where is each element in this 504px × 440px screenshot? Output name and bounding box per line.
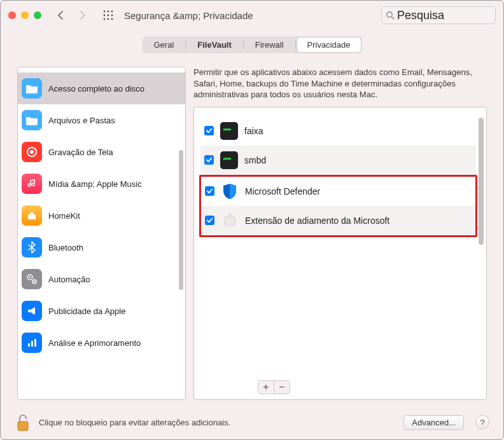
sidebar-item-label: HomeKit [48, 211, 80, 221]
checkbox[interactable] [205, 186, 214, 196]
sidebar-item-homekit[interactable]: HomeKit [18, 200, 185, 231]
forward-button[interactable] [74, 8, 90, 23]
sidebar-item-apple-advertising[interactable]: Publicidade da Apple [18, 295, 185, 327]
sidebar-item-label: Publicidade da Apple [48, 306, 125, 316]
sidebar-scrollbar[interactable] [178, 67, 185, 399]
search-placeholder: Pesquisa [397, 9, 444, 22]
lock-button[interactable] [15, 413, 32, 431]
lock-text: Clique no bloqueio para evitar alteraçõe… [39, 418, 230, 427]
app-row[interactable]: ■■■■ smbd [200, 146, 476, 175]
svg-rect-24 [18, 422, 28, 430]
sidebar-item-full-disk-access[interactable]: Acesso completo ao disco [18, 72, 185, 104]
tab-filevault[interactable]: FileVault [187, 38, 241, 52]
sidebar-item-label: Arquivos e Pastas [48, 116, 115, 125]
megaphone-icon [22, 301, 42, 321]
checkbox[interactable] [205, 216, 214, 225]
tabbar: Geral FileVault Firewall Privacidade [1, 30, 503, 59]
terminal-icon: ■■■■ [220, 151, 238, 169]
app-row[interactable]: ■■■■ faixa [200, 116, 476, 146]
sidebar-item-media-apple-music[interactable]: Mídia &amp; Apple Music [18, 168, 185, 200]
app-row[interactable]: Microsoft Defender [201, 177, 475, 206]
svg-text:■■■■: ■■■■ [223, 127, 231, 131]
maximize-window-button[interactable] [34, 11, 41, 19]
sidebar-scroll-thumb[interactable] [179, 150, 183, 290]
app-label: Extensão de adiamento da Microsoft [245, 216, 389, 226]
svg-point-16 [34, 281, 35, 282]
footer: Clique no bloqueio para evitar alteraçõe… [1, 405, 503, 439]
add-button[interactable]: + [258, 381, 274, 394]
app-row[interactable]: Extensão de adiamento da Microsoft [201, 206, 475, 235]
highlighted-rows: Microsoft Defender Extensão de adiamento… [199, 175, 477, 237]
app-list-scroll-thumb[interactable] [479, 118, 484, 245]
tab-firewall[interactable]: Firewall [245, 38, 294, 52]
checkbox[interactable] [204, 126, 214, 135]
privacy-description: Permitir que os aplicativos abaixo acess… [193, 67, 487, 100]
back-button[interactable] [53, 8, 68, 23]
svg-point-12 [30, 150, 34, 154]
show-all-prefs-button[interactable] [101, 8, 115, 22]
svg-line-10 [391, 17, 394, 19]
svg-point-4 [108, 15, 109, 17]
home-icon [22, 205, 42, 226]
svg-point-14 [29, 277, 31, 278]
svg-rect-18 [31, 341, 33, 347]
add-remove-buttons: + − [258, 380, 290, 394]
window-title: Segurança &amp; Privacidade [124, 10, 253, 21]
app-list: ■■■■ faixa ■■■■ smbd [193, 107, 487, 400]
sidebar-item-label: Análise e Aprimoramento [48, 338, 141, 348]
search-icon [386, 11, 395, 20]
svg-text:■■■■: ■■■■ [223, 156, 231, 160]
svg-point-0 [104, 11, 106, 13]
svg-point-7 [108, 18, 109, 20]
music-icon [22, 174, 42, 194]
svg-point-6 [104, 18, 106, 20]
traffic-lights [8, 11, 41, 19]
advanced-button[interactable]: Advanced... [403, 415, 464, 430]
app-label: Microsoft Defender [245, 186, 320, 196]
folder-icon [22, 78, 42, 99]
svg-point-5 [111, 15, 113, 17]
bluetooth-icon [22, 237, 42, 258]
sidebar-item-label: Automação [48, 275, 90, 284]
sidebar-item-analytics[interactable]: Análise e Aprimoramento [18, 327, 185, 359]
svg-rect-17 [28, 343, 30, 347]
app-label: faixa [244, 126, 263, 136]
titlebar: Segurança &amp; Privacidade Pesquisa [1, 1, 503, 30]
folder-icon [22, 110, 42, 130]
sidebar-item-automation[interactable]: Automação [18, 263, 185, 295]
sidebar: Acesso completo ao disco Arquivos e Past… [17, 67, 186, 400]
sidebar-item-label: Mídia &amp; Apple Music [48, 179, 142, 189]
terminal-icon: ■■■■ [220, 122, 238, 140]
sidebar-item-screen-recording[interactable]: Gravação de Tela [18, 136, 185, 168]
shield-icon [221, 182, 239, 200]
svg-point-2 [111, 11, 113, 13]
sidebar-item-label: Gravação de Tela [48, 148, 113, 157]
svg-point-8 [111, 18, 113, 20]
extension-icon [221, 212, 239, 230]
close-window-button[interactable] [8, 11, 16, 19]
chart-icon [22, 333, 42, 353]
tab-privacy[interactable]: Privacidade [297, 38, 361, 52]
svg-point-1 [108, 11, 109, 13]
gears-icon [22, 269, 42, 289]
svg-point-3 [104, 15, 106, 17]
sidebar-item-label: Bluetooth [48, 243, 83, 252]
app-list-scrollbar[interactable] [477, 111, 485, 374]
help-button[interactable]: ? [475, 415, 489, 429]
checkbox[interactable] [204, 155, 214, 165]
sidebar-item-files-folders[interactable]: Arquivos e Pastas [18, 104, 185, 136]
svg-rect-23 [228, 214, 232, 218]
remove-button[interactable]: − [274, 381, 290, 394]
svg-rect-19 [34, 339, 36, 347]
tab-general[interactable]: Geral [144, 38, 185, 52]
record-icon [22, 142, 42, 162]
sidebar-item-bluetooth[interactable]: Bluetooth [18, 231, 185, 263]
minimize-window-button[interactable] [21, 11, 29, 19]
search-field[interactable]: Pesquisa [381, 6, 496, 24]
sidebar-item-label: Acesso completo ao disco [48, 84, 144, 93]
app-label: smbd [244, 155, 266, 165]
